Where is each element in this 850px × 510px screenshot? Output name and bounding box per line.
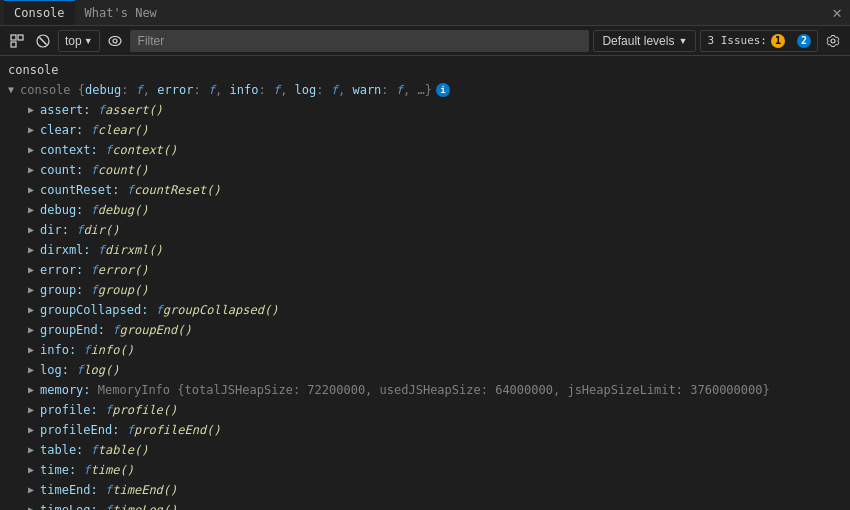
item-key: countReset: xyxy=(40,181,119,199)
console-item[interactable]: groupEnd: f groupEnd() xyxy=(0,320,850,340)
clear-console-button[interactable] xyxy=(32,30,54,52)
console-item[interactable]: timeEnd: f timeEnd() xyxy=(0,480,850,500)
console-output: console console { debug: f, error: f, in… xyxy=(0,56,850,510)
expand-icon xyxy=(10,34,24,48)
console-settings-button[interactable] xyxy=(822,30,844,52)
tab-bar-right: ✕ xyxy=(828,3,850,22)
svg-point-5 xyxy=(109,36,121,45)
eye-toggle-button[interactable] xyxy=(104,30,126,52)
console-items-container: assert: f assert()clear: f clear()contex… xyxy=(0,100,850,510)
console-item[interactable]: memory: MemoryInfo {totalJSHeapSize: 722… xyxy=(0,380,850,400)
info-count-badge: 2 xyxy=(797,34,811,48)
svg-rect-2 xyxy=(11,42,16,47)
console-item[interactable]: profile: f profile() xyxy=(0,400,850,420)
tab-whats-new[interactable]: What's New xyxy=(75,0,167,25)
console-item[interactable]: countReset: f countReset() xyxy=(0,180,850,200)
console-item[interactable]: dir: f dir() xyxy=(0,220,850,240)
console-item[interactable]: context: f context() xyxy=(0,140,850,160)
item-arrow-icon[interactable] xyxy=(28,181,40,199)
item-arrow-icon[interactable] xyxy=(28,261,40,279)
console-item[interactable]: dirxml: f dirxml() xyxy=(0,240,850,260)
console-item[interactable]: timeLog: f timeLog() xyxy=(0,500,850,510)
item-arrow-icon[interactable] xyxy=(28,481,40,499)
warning-count-badge: 1 xyxy=(771,34,785,48)
console-item[interactable]: count: f count() xyxy=(0,160,850,180)
item-key: info: xyxy=(40,341,76,359)
console-item[interactable]: groupCollapsed: f groupCollapsed() xyxy=(0,300,850,320)
console-item[interactable]: clear: f clear() xyxy=(0,120,850,140)
svg-line-4 xyxy=(40,37,47,44)
filter-input[interactable] xyxy=(130,30,590,52)
item-key: debug: xyxy=(40,201,83,219)
tab-whats-new-label: What's New xyxy=(85,6,157,20)
item-key: assert: xyxy=(40,101,91,119)
console-item[interactable]: time: f time() xyxy=(0,460,850,480)
console-item[interactable]: table: f table() xyxy=(0,440,850,460)
eye-icon xyxy=(108,36,122,46)
console-info-badge: i xyxy=(436,83,450,97)
item-arrow-icon[interactable] xyxy=(28,381,40,399)
root-key: console xyxy=(20,81,78,99)
item-key: group: xyxy=(40,281,83,299)
item-arrow-icon[interactable] xyxy=(28,281,40,299)
tab-console-label: Console xyxy=(14,6,65,20)
console-item[interactable]: profileEnd: f profileEnd() xyxy=(0,420,850,440)
item-arrow-icon[interactable] xyxy=(28,341,40,359)
svg-rect-0 xyxy=(11,35,16,40)
item-key: timeEnd: xyxy=(40,481,98,499)
item-key: profile: xyxy=(40,401,98,419)
item-key: timeLog: xyxy=(40,501,98,510)
item-arrow-icon[interactable] xyxy=(28,201,40,219)
item-arrow-icon[interactable] xyxy=(28,441,40,459)
context-label: top xyxy=(65,34,82,48)
item-arrow-icon[interactable] xyxy=(28,361,40,379)
console-item[interactable]: assert: f assert() xyxy=(0,100,850,120)
item-arrow-icon[interactable] xyxy=(28,161,40,179)
item-arrow-icon[interactable] xyxy=(28,221,40,239)
item-arrow-icon[interactable] xyxy=(28,241,40,259)
root-arrow-icon[interactable] xyxy=(8,81,20,99)
item-arrow-icon[interactable] xyxy=(28,461,40,479)
item-key: time: xyxy=(40,461,76,479)
console-label-line: console xyxy=(0,60,850,80)
item-arrow-icon[interactable] xyxy=(28,401,40,419)
tab-bar: Console What's New ✕ xyxy=(0,0,850,26)
item-arrow-icon[interactable] xyxy=(28,421,40,439)
svg-rect-1 xyxy=(18,35,23,40)
item-key: context: xyxy=(40,141,98,159)
context-selector[interactable]: top ▼ xyxy=(58,30,100,52)
console-object-root[interactable]: console { debug: f, error: f, info: f, l… xyxy=(0,80,850,100)
item-arrow-icon[interactable] xyxy=(28,141,40,159)
item-key: error: xyxy=(40,261,83,279)
item-key: table: xyxy=(40,441,83,459)
console-item[interactable]: group: f group() xyxy=(0,280,850,300)
item-key: groupCollapsed: xyxy=(40,301,148,319)
tab-console[interactable]: Console xyxy=(4,0,75,25)
devtools-close-button[interactable]: ✕ xyxy=(828,3,846,22)
issues-label: 3 Issues: xyxy=(707,34,767,47)
item-arrow-icon[interactable] xyxy=(28,321,40,339)
issues-button[interactable]: 3 Issues: 1 2 xyxy=(700,30,818,52)
toolbar: top ▼ Default levels ▼ 3 Issues: 1 2 xyxy=(0,26,850,56)
item-arrow-icon[interactable] xyxy=(28,121,40,139)
item-arrow-icon[interactable] xyxy=(28,301,40,319)
item-key: memory: xyxy=(40,381,91,399)
item-key: groupEnd: xyxy=(40,321,105,339)
clear-icon xyxy=(36,34,50,48)
console-label-text: console xyxy=(8,61,59,79)
console-item[interactable]: debug: f debug() xyxy=(0,200,850,220)
item-key: log: xyxy=(40,361,69,379)
log-level-label: Default levels xyxy=(602,34,674,48)
item-key: clear: xyxy=(40,121,83,139)
expand-panel-button[interactable] xyxy=(6,30,28,52)
console-item[interactable]: info: f info() xyxy=(0,340,850,360)
log-level-chevron-icon: ▼ xyxy=(678,36,687,46)
console-item[interactable]: log: f log() xyxy=(0,360,850,380)
svg-point-6 xyxy=(113,39,117,43)
item-key: count: xyxy=(40,161,83,179)
item-arrow-icon[interactable] xyxy=(28,101,40,119)
log-level-selector[interactable]: Default levels ▼ xyxy=(593,30,696,52)
gear-icon xyxy=(826,34,840,48)
console-item[interactable]: error: f error() xyxy=(0,260,850,280)
item-arrow-icon[interactable] xyxy=(28,501,40,510)
